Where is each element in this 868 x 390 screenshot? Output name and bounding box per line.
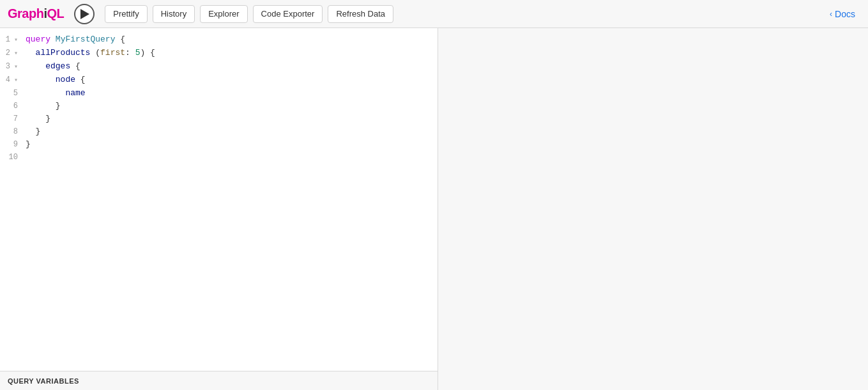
editor-line: 9} [0, 138, 438, 151]
line-number: 6 [0, 100, 23, 113]
line-number: 1▾ [0, 33, 23, 47]
explorer-button[interactable]: Explorer [200, 5, 247, 23]
line-content: allProducts (first: 5) { [23, 47, 155, 59]
editor-line: 7 } [0, 113, 438, 125]
line-number: 8 [0, 125, 23, 138]
docs-label: Docs [835, 9, 855, 19]
editor-line: 10 [0, 151, 438, 164]
fold-arrow-icon[interactable]: ▾ [10, 74, 18, 87]
line-number: 4▾ [0, 74, 23, 87]
refresh-data-button[interactable]: Refresh Data [328, 5, 393, 23]
fold-arrow-icon[interactable]: ▾ [10, 47, 18, 60]
editor-line: 4▾ node { [0, 74, 438, 87]
line-content: node { [23, 74, 86, 86]
response-panel [438, 28, 868, 390]
line-content: } [23, 113, 50, 125]
chevron-left-icon: ‹ [830, 10, 832, 19]
graphiql-logo: GraphiQL [8, 6, 64, 21]
editor-line: 2▾ allProducts (first: 5) { [0, 47, 438, 60]
line-content: query MyFirstQuery { [23, 33, 125, 46]
prettify-button[interactable]: Prettify [105, 5, 147, 23]
line-content: edges { [23, 60, 80, 73]
editor-line: 8 } [0, 125, 438, 138]
line-number: 3▾ [0, 60, 23, 74]
editor-line: 3▾ edges { [0, 60, 438, 74]
history-button[interactable]: History [153, 5, 195, 23]
line-number: 10 [0, 151, 23, 164]
line-number: 9 [0, 138, 23, 151]
line-number: 2▾ [0, 47, 23, 60]
header: GraphiQL Prettify History Explorer Code … [0, 0, 868, 28]
query-variables-bar[interactable]: QUERY VARIABLES [0, 371, 438, 390]
editor-line: 5 name [0, 87, 438, 100]
main-area: 1▾query MyFirstQuery {2▾ allProducts (fi… [0, 28, 868, 390]
run-icon [80, 9, 89, 19]
editor-panel: 1▾query MyFirstQuery {2▾ allProducts (fi… [0, 28, 438, 390]
docs-button[interactable]: ‹ Docs [825, 6, 860, 22]
line-content: } [23, 138, 31, 151]
fold-arrow-icon[interactable]: ▾ [10, 61, 18, 74]
line-content: } [23, 125, 40, 138]
line-content: name [23, 87, 86, 100]
fold-arrow-icon[interactable]: ▾ [10, 34, 18, 47]
editor-area[interactable]: 1▾query MyFirstQuery {2▾ allProducts (fi… [0, 28, 438, 371]
line-content: } [23, 100, 61, 113]
editor-line: 6 } [0, 100, 438, 113]
editor-line: 1▾query MyFirstQuery { [0, 33, 438, 47]
query-variables-label: QUERY VARIABLES [8, 377, 79, 385]
code-exporter-button[interactable]: Code Exporter [253, 5, 323, 23]
line-number: 7 [0, 113, 23, 125]
line-number: 5 [0, 87, 23, 100]
run-button[interactable] [74, 4, 95, 24]
